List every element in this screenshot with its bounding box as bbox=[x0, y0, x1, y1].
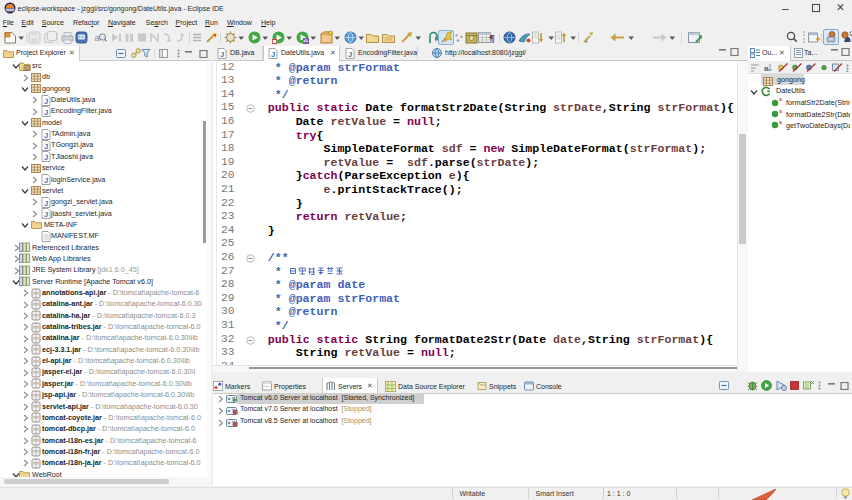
svg-text:J: J bbox=[44, 107, 48, 116]
svg-text:J: J bbox=[44, 142, 48, 151]
svg-text:¶: ¶ bbox=[489, 32, 495, 43]
svg-text:a: a bbox=[95, 33, 100, 43]
svg-text:J: J bbox=[44, 153, 48, 162]
svg-text:J: J bbox=[44, 176, 48, 185]
svg-text:J: J bbox=[348, 50, 352, 59]
svg-text:J: J bbox=[44, 198, 48, 207]
svg-text:a: a bbox=[764, 64, 769, 72]
svg-text:J: J bbox=[220, 50, 224, 59]
svg-text:J: J bbox=[271, 50, 275, 59]
svg-text:J: J bbox=[44, 210, 48, 219]
svg-text:J: J bbox=[44, 130, 48, 139]
svg-text:J: J bbox=[44, 96, 48, 105]
